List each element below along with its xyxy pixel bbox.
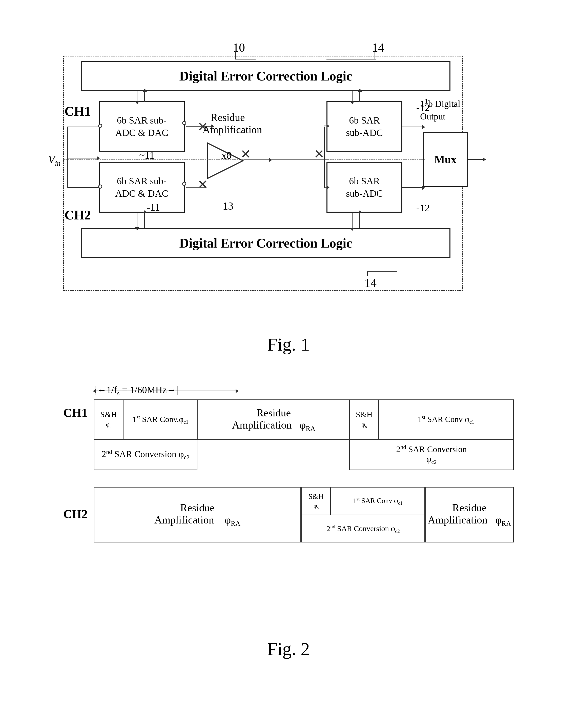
ch2-residue2-cell: ResidueAmplification φRA: [425, 487, 514, 543]
label-14-top: 14: [372, 41, 384, 54]
arrow-decl-to-sar-tr: [352, 91, 352, 102]
arrow-sar-tr-to-decl: [359, 91, 360, 102]
ch1-2ndsar-cell: 2nd SAR Conversion φc2: [94, 440, 198, 470]
connector-circle-2: [182, 182, 186, 186]
arrow-decl-to-sar-bl: [144, 213, 145, 228]
sar-top-left-box: 6b SAR sub-ADC & DAC: [99, 101, 185, 152]
mux-box: Mux: [423, 132, 468, 187]
ch2-2ndsar-cell: 2nd SAR Conversion φc2: [302, 515, 424, 543]
residue-amp-label: ResidueAmplification: [203, 111, 253, 136]
fork-horiz-tr: [324, 126, 327, 126]
ch2-label: CH2: [64, 208, 91, 223]
arrow-decl-to-sar-tl: [137, 91, 137, 102]
switch-2: ✕: [198, 177, 208, 192]
ch1-sh-cell: S&Hφs: [95, 400, 124, 439]
arrow-sar-bl-to-decl: [137, 213, 137, 228]
fig1-caption: Fig. 1: [267, 334, 310, 355]
line-to-sar-right: [268, 159, 329, 160]
vin-circle-top: [98, 124, 102, 128]
vin-top-line: [67, 127, 100, 127]
fig2-diagram: |←1/fs = 1/60MHz→| CH1 S&Hφs 1st SAR Con…: [48, 386, 529, 613]
mux-output-arrow: [468, 159, 483, 160]
page: 10 14 Digital Error Correction Logic CH1…: [0, 0, 577, 728]
label-13: 13: [223, 200, 233, 212]
sar-br-to-mux: [402, 187, 423, 188]
ch1-sh2-cell: S&Hφs: [350, 400, 379, 439]
sar-top-right-box: 6b SARsub-ADC: [326, 101, 402, 152]
vin-bot-line: [67, 187, 100, 188]
ch2-1stsar-cell: 1st SAR Conv φc1: [331, 488, 424, 515]
decl-top-box: Digital Error Correction Logic: [81, 61, 450, 91]
arrow-sar-br-down: [352, 213, 352, 228]
label-10: 10: [233, 41, 245, 54]
vin-vert-line: [67, 127, 68, 188]
fig2-caption: Fig. 2: [267, 639, 310, 660]
sar-bottom-left-box: 6b SAR sub-ADC & DAC: [99, 162, 185, 213]
ch2-mid-timing: S&Hφs 1st SAR Conv φc1 2nd SAR Conversio…: [301, 487, 425, 543]
sar-tr-to-mux: [402, 127, 423, 127]
switch-1: ✕: [198, 120, 208, 134]
switch-3: ✕: [240, 147, 251, 161]
ch1-label: CH1: [64, 104, 91, 119]
ch2-residue1-cell: ResidueAmplification φRA: [94, 487, 301, 543]
ch2-sh-cell: S&Hφs: [302, 488, 331, 515]
fork-horiz-br: [324, 187, 327, 187]
fork-vert-tr: [324, 127, 325, 160]
decl-bot-box: Digital Error Correction Logic: [81, 228, 450, 258]
label-12-top: -12: [416, 102, 430, 114]
vin-label: Vin: [48, 153, 60, 167]
label-14-bot: 14: [364, 276, 376, 290]
ch1-2ndsar2-cell: 2nd SAR Conversionφc2: [349, 440, 514, 470]
timing-label: |←1/fs = 1/60MHz→|: [95, 384, 178, 397]
label-12-bot: -12: [416, 202, 430, 214]
arrow-sar-br-up: [359, 213, 360, 228]
fig2-ch2-label: CH2: [63, 507, 87, 521]
ch1-1stsar2-cell: 1st SAR Conv φc1: [379, 400, 513, 439]
arrow-sar-tl-to-decl: [144, 91, 145, 102]
fork-vert-br: [324, 159, 325, 188]
label-11b: -11: [147, 201, 160, 213]
ch1-1stsar-cell: 1st SAR Conv.φc1: [124, 400, 198, 439]
fig1-diagram: 10 14 Digital Error Correction Logic CH1…: [48, 35, 529, 314]
connector-circle-1: [182, 121, 186, 125]
fig2-ch1-label: CH1: [63, 406, 87, 420]
ch1-top-timing-row: S&Hφs 1st SAR Conv.φc1 ResidueAmplificat…: [94, 399, 514, 440]
vin-circle-bot: [98, 184, 102, 188]
sar-bottom-right-box: 6b SARsub-ADC: [326, 162, 402, 213]
ch1-residue-cell: ResidueAmplification φRA: [198, 400, 350, 439]
